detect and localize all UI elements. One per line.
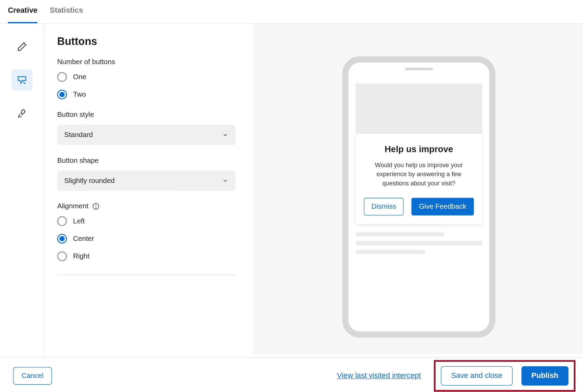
radio-left-label: Left	[73, 217, 85, 225]
radio-two[interactable]: Two	[57, 90, 236, 99]
cursor-click-icon	[16, 74, 27, 86]
radio-one-label: One	[73, 73, 86, 81]
top-tabs: Creative Statistics	[0, 0, 583, 24]
radio-right-label: Right	[73, 252, 90, 260]
skeleton-lines	[356, 232, 483, 254]
paintbrush-icon	[16, 108, 27, 119]
button-style-value: Standard	[64, 131, 93, 139]
info-icon[interactable]	[92, 202, 100, 210]
edit-icon	[16, 41, 27, 52]
section-title: Buttons	[57, 35, 236, 48]
alignment-label: Alignment	[57, 202, 236, 210]
chevron-down-icon	[222, 177, 228, 184]
dismiss-button[interactable]: Dismiss	[364, 198, 403, 215]
give-feedback-button[interactable]: Give Feedback	[412, 198, 474, 215]
divider	[57, 274, 236, 275]
radio-right[interactable]: Right	[57, 252, 236, 261]
rail-buttons[interactable]	[11, 70, 33, 91]
view-last-intercept-link[interactable]: View last visited intercept	[337, 371, 420, 380]
button-style-select[interactable]: Standard	[57, 125, 236, 145]
alignment-group: Left Center Right	[57, 216, 236, 261]
radio-left[interactable]: Left	[57, 216, 236, 226]
button-shape-label: Button shape	[57, 157, 236, 164]
placeholder-image	[356, 84, 483, 136]
tab-statistics[interactable]: Statistics	[50, 6, 83, 23]
alignment-label-text: Alignment	[57, 202, 88, 210]
radio-one[interactable]: One	[57, 72, 236, 82]
card-title: Help us improve	[364, 144, 474, 155]
svg-point-2	[96, 205, 96, 205]
button-shape-value: Slightly rounded	[64, 177, 115, 185]
number-of-buttons-group: One Two	[57, 72, 236, 99]
preview-area: Help us improve Would you help us improv…	[254, 24, 583, 354]
rail-style[interactable]	[11, 103, 33, 124]
radio-center[interactable]: Center	[57, 234, 236, 244]
side-rail	[0, 24, 44, 354]
card-body: Would you help us improve your experienc…	[364, 160, 474, 188]
radio-center-label: Center	[73, 235, 94, 243]
number-of-buttons-label: Number of buttons	[57, 58, 236, 66]
button-style-label: Button style	[57, 111, 236, 119]
preview-card: Help us improve Would you help us improv…	[356, 134, 483, 224]
settings-panel: Buttons Number of buttons One Two Button…	[44, 24, 254, 354]
footer-bar: Cancel View last visited intercept Save …	[0, 357, 583, 392]
highlighted-actions: Save and close Publish	[434, 360, 575, 391]
tab-creative[interactable]: Creative	[8, 6, 37, 23]
publish-button[interactable]: Publish	[521, 366, 569, 385]
cancel-button[interactable]: Cancel	[13, 367, 52, 384]
chevron-down-icon	[222, 132, 228, 138]
radio-two-label: Two	[73, 90, 86, 98]
button-shape-select[interactable]: Slightly rounded	[57, 171, 236, 191]
phone-speaker	[405, 68, 433, 71]
card-buttons: Dismiss Give Feedback	[364, 198, 474, 215]
phone-frame: Help us improve Would you help us improv…	[342, 56, 495, 338]
save-and-close-button[interactable]: Save and close	[441, 366, 512, 385]
rail-edit[interactable]	[11, 36, 33, 57]
